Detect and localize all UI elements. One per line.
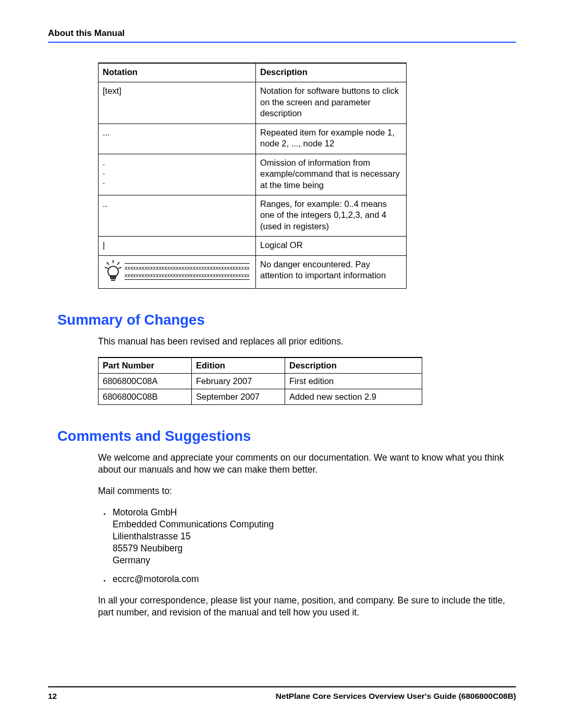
cell-notation: ...: [99, 124, 256, 154]
page-content: Notation Description [text] Notation for…: [48, 63, 516, 619]
page-footer: 12 NetPlane Core Services Overview User'…: [48, 686, 516, 701]
col-notation: Notation: [99, 63, 256, 82]
svg-line-1: [107, 262, 109, 265]
mailing-address-list: Motorola GmbH Embedded Communications Co…: [98, 507, 516, 585]
cell-notation: [text]: [99, 82, 256, 124]
dot-line: .: [103, 157, 251, 167]
heading-comments-and-suggestions: Comments and Suggestions: [57, 428, 516, 445]
cell-notation: ..: [99, 195, 256, 236]
cell-edition: September 2007: [192, 389, 285, 404]
col-part-number: Part Number: [99, 357, 192, 374]
svg-line-4: [118, 267, 121, 268]
table-row: [text] Notation for software buttons to …: [99, 82, 407, 124]
table-row: .. Ranges, for example: 0..4 means one o…: [99, 195, 407, 236]
cell-description: First edition: [285, 373, 422, 389]
col-edition: Edition: [192, 357, 285, 374]
cell-notation-bulb: xxxxxxxxxxxxxxxxxxxxxxxxxxxxxxxxxxxxxxxx…: [99, 255, 256, 288]
svg-line-2: [117, 262, 119, 265]
table-row: 6806800C08A February 2007 First edition: [99, 373, 422, 389]
page-number: 12: [48, 692, 57, 701]
lightbulb-icon: [103, 259, 124, 284]
table-row: ... Repeated item for example node 1, no…: [99, 124, 407, 154]
footer-rule: [48, 686, 516, 687]
cell-description: Ranges, for example: 0..4 means one of t…: [256, 195, 407, 236]
col-description: Description: [256, 63, 407, 82]
header-rule: [48, 42, 516, 43]
changes-table: Part Number Edition Description 6806800C…: [98, 357, 422, 405]
cell-part-number: 6806800C08A: [99, 373, 192, 389]
running-header: About this Manual: [48, 28, 516, 39]
dot-line: .: [103, 176, 251, 186]
table-row: | Logical OR: [99, 237, 407, 255]
heading-summary-of-changes: Summary of Changes: [57, 312, 516, 328]
comments-p3: In all your correspondence, please list …: [98, 595, 516, 619]
bulb-placeholder-text: xxxxxxxxxxxxxxxxxxxxxxxxxxxxxxxxxxxxxxxx…: [125, 263, 250, 280]
table-row: 6806800C08B September 2007 Added new sec…: [99, 389, 422, 404]
cell-description: Notation for software buttons to click o…: [256, 82, 407, 124]
col-description: Description: [285, 357, 422, 374]
email-item: eccrc@motorola.com: [111, 573, 516, 585]
cell-description: Omission of information from example/com…: [256, 154, 407, 195]
cell-description: Added new section 2.9: [285, 389, 422, 404]
table-header-row: Part Number Edition Description: [99, 357, 422, 374]
cell-description: Repeated item for example node 1, node 2…: [256, 124, 407, 154]
address-item: Motorola GmbH Embedded Communications Co…: [111, 507, 516, 566]
table-row: . . . Omission of information from examp…: [99, 154, 407, 195]
summary-intro: This manual has been revised and replace…: [98, 336, 516, 348]
footer-doc-title: NetPlane Core Services Overview User's G…: [276, 692, 516, 701]
cell-part-number: 6806800C08B: [99, 389, 192, 404]
comments-p2: Mail comments to:: [98, 485, 516, 497]
comments-p1: We welcome and appreciate your comments …: [98, 452, 516, 476]
cell-notation: |: [99, 237, 256, 255]
page: About this Manual Notation Description […: [0, 0, 563, 728]
svg-point-5: [108, 266, 118, 277]
notation-table: Notation Description [text] Notation for…: [98, 63, 407, 289]
cell-notation: . . .: [99, 154, 256, 195]
table-row: xxxxxxxxxxxxxxxxxxxxxxxxxxxxxxxxxxxxxxxx…: [99, 255, 407, 288]
cell-edition: February 2007: [192, 373, 285, 389]
cell-description: No danger encountered. Pay attention to …: [256, 255, 407, 288]
dot-line: .: [103, 167, 251, 176]
cell-description: Logical OR: [256, 237, 407, 255]
table-header-row: Notation Description: [99, 63, 407, 82]
svg-line-3: [105, 267, 108, 268]
